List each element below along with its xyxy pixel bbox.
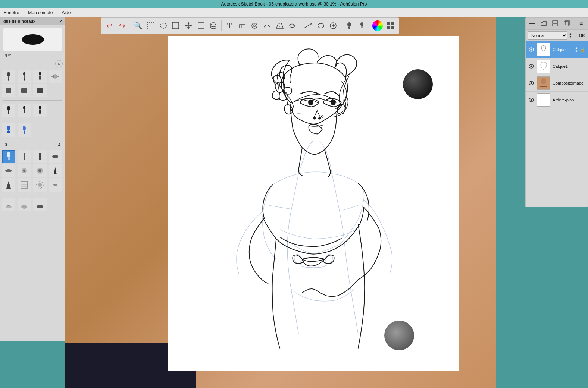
brush-item-dark1[interactable]	[2, 104, 15, 117]
symmetry-button[interactable]	[249, 19, 260, 32]
brush-section-3-label: 3	[3, 142, 9, 148]
toolbar-divider-3	[300, 20, 300, 31]
svg-rect-74	[39, 153, 41, 160]
svg-point-80	[38, 169, 41, 172]
svg-rect-92	[37, 205, 43, 208]
svg-rect-38	[387, 26, 390, 29]
transform-button[interactable]	[170, 19, 181, 32]
curve-button[interactable]	[262, 19, 273, 32]
brush-item-slider[interactable]	[49, 70, 62, 83]
navigation-disk[interactable]	[384, 321, 414, 350]
color-wheel-toolbar-button[interactable]	[372, 19, 383, 32]
brush-item-square1[interactable]	[2, 84, 15, 97]
undo-button[interactable]: ↩	[104, 19, 115, 32]
layer-calque2-options[interactable]: ▲ ▼	[575, 46, 578, 53]
brush-item-airbrush1[interactable]	[18, 164, 31, 177]
svg-point-34	[360, 22, 363, 26]
lasso-button[interactable]	[158, 19, 169, 32]
ellipse-tool-button[interactable]	[315, 19, 326, 32]
brush-item-square3[interactable]	[33, 84, 47, 97]
perspective-button[interactable]	[274, 19, 285, 32]
layer-calque2-thumb	[537, 43, 550, 56]
brush-item-ink2[interactable]	[2, 178, 15, 192]
duplicate-layer-button[interactable]	[562, 19, 571, 28]
brush-item-pen1[interactable]	[18, 70, 31, 83]
svg-marker-11	[185, 25, 187, 27]
brush-item-texture1[interactable]	[18, 178, 31, 192]
brush-panel-title-text: que de pinceaux	[3, 19, 35, 23]
brush-item-hard1[interactable]	[33, 198, 47, 211]
layer-background-visibility[interactable]	[528, 97, 535, 103]
cylinder-button[interactable]	[208, 19, 219, 32]
brush-item-fine1[interactable]	[18, 150, 31, 163]
brush-panel-close[interactable]: ×	[60, 19, 62, 23]
layer-calque2-lock[interactable]: 🔒	[580, 47, 585, 52]
brush-item-airbrush2[interactable]	[33, 164, 47, 177]
toolbar-divider-4	[341, 20, 341, 31]
layer-calque2[interactable]: Calque2 ▲ ▼ 🔒	[526, 41, 588, 58]
new-folder-button[interactable]	[539, 19, 548, 28]
merge-layers-button[interactable]	[551, 19, 560, 28]
brush-item-ink1[interactable]	[49, 164, 62, 177]
brush-item-dark2[interactable]	[18, 104, 31, 117]
svg-marker-12	[190, 25, 192, 27]
liquify-button[interactable]	[287, 19, 298, 32]
menu-fenetre[interactable]: Fenêtre	[2, 9, 21, 16]
layer-calque1-visibility[interactable]	[528, 63, 535, 70]
brush-adjust2-button[interactable]	[356, 19, 368, 32]
brush-item-soft1[interactable]	[2, 198, 15, 211]
svg-point-76	[5, 169, 12, 172]
brush-item-smudge1[interactable]	[49, 178, 62, 192]
brush-grid-5	[0, 196, 65, 213]
move-button[interactable]	[183, 19, 194, 32]
brush-item-dark3[interactable]	[33, 104, 47, 117]
layers-toolbar: ≡	[526, 18, 588, 30]
svg-point-107	[541, 78, 546, 84]
select-button[interactable]	[145, 19, 156, 32]
svg-point-20	[252, 23, 257, 28]
brush-item-texture2[interactable]	[33, 178, 47, 192]
layer-calque2-visibility[interactable]	[528, 46, 535, 53]
svg-marker-82	[6, 181, 11, 189]
layer-composite-visibility[interactable]	[528, 80, 535, 86]
layer-scroll-buttons[interactable]: ▲ ▼	[569, 32, 572, 38]
text-button[interactable]: T	[224, 19, 235, 32]
toolbar-divider-5	[370, 20, 370, 31]
brush-settings-icon[interactable]: ⚙	[55, 60, 63, 67]
brush-item-wide1[interactable]	[49, 150, 62, 163]
crop-button[interactable]	[196, 19, 207, 32]
brush-adjust-button[interactable]	[344, 19, 355, 32]
brush-item-fine2[interactable]	[33, 150, 47, 163]
eraser-button[interactable]	[237, 19, 248, 32]
zoom-button[interactable]: 🔍	[132, 19, 144, 32]
layers-menu-button[interactable]: ≡	[577, 19, 585, 28]
brush-item-pen2[interactable]	[33, 70, 47, 83]
svg-rect-60	[37, 88, 43, 93]
blend-mode-select[interactable]: Normal	[528, 31, 567, 40]
menu-aide[interactable]: Aide	[60, 9, 72, 16]
grid-toolbar-button[interactable]	[385, 19, 396, 32]
brush-item-wide2[interactable]	[2, 164, 15, 177]
menu-moncompte[interactable]: Mon compte	[26, 9, 54, 16]
svg-point-26	[305, 27, 306, 28]
ruler-button[interactable]	[303, 19, 314, 32]
brush-item-selected[interactable]	[2, 150, 15, 163]
redo-button[interactable]: ↪	[117, 19, 128, 32]
svg-point-67	[7, 126, 10, 131]
brush-item-blue1[interactable]	[2, 123, 15, 137]
brush-item-pencil1[interactable]	[2, 70, 15, 83]
layer-calque1[interactable]: Calque1	[526, 58, 588, 75]
svg-point-101	[542, 48, 545, 51]
brush-item-soft2[interactable]	[18, 198, 31, 211]
color-swatch-circle[interactable]	[403, 69, 433, 99]
svg-point-100	[531, 49, 532, 51]
import-button[interactable]	[328, 19, 339, 32]
svg-rect-2	[173, 23, 179, 29]
canvas-area[interactable]	[65, 17, 496, 388]
layer-background[interactable]: Arrière-plan	[526, 92, 588, 108]
layer-composite[interactable]: CompositeImage	[526, 75, 588, 92]
brush-item-blue2[interactable]	[18, 123, 31, 137]
brush-item-square2[interactable]	[18, 84, 31, 97]
svg-rect-59	[21, 88, 27, 93]
add-layer-button[interactable]	[528, 19, 537, 28]
